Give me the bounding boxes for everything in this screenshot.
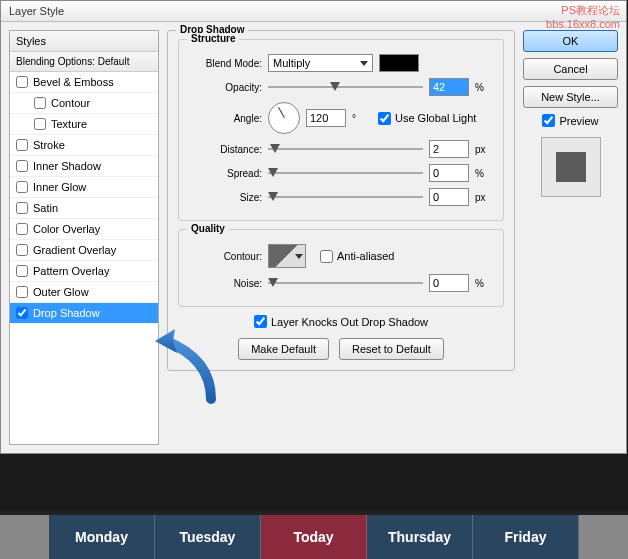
styles-list: Styles Blending Options: Default Bevel &… <box>9 30 159 445</box>
style-item-label: Gradient Overlay <box>33 244 116 256</box>
quality-title: Quality <box>187 223 229 234</box>
blend-mode-dropdown[interactable]: Multiply <box>268 54 373 72</box>
style-item-color-overlay[interactable]: Color Overlay <box>10 219 158 240</box>
style-item-label: Contour <box>51 97 90 109</box>
style-item-label: Inner Shadow <box>33 160 101 172</box>
angle-dial[interactable] <box>268 102 300 134</box>
opacity-input[interactable] <box>429 78 469 96</box>
style-item-label: Color Overlay <box>33 223 100 235</box>
distance-label: Distance: <box>187 144 262 155</box>
watermark: PS教程论坛 bbs.16xx8.com <box>546 3 620 30</box>
global-light-checkbox[interactable]: Use Global Light <box>378 112 476 125</box>
layer-style-dialog: Layer Style PS教程论坛 bbs.16xx8.com Styles … <box>0 0 627 454</box>
style-item-label: Texture <box>51 118 87 130</box>
style-item-stroke[interactable]: Stroke <box>10 135 158 156</box>
noise-input[interactable] <box>429 274 469 292</box>
day-tab-tuesday[interactable]: Tuesday <box>155 515 261 559</box>
blending-options[interactable]: Blending Options: Default <box>10 52 158 72</box>
chevron-down-icon <box>360 61 368 66</box>
preview-swatch <box>541 137 601 197</box>
style-item-inner-glow[interactable]: Inner Glow <box>10 177 158 198</box>
style-item-label: Stroke <box>33 139 65 151</box>
angle-input[interactable] <box>306 109 346 127</box>
opacity-unit: % <box>475 82 495 93</box>
angle-label: Angle: <box>187 113 262 124</box>
angle-unit: ° <box>352 113 372 124</box>
opacity-label: Opacity: <box>187 82 262 93</box>
days-bar: MondayTuesdayTodayThursdayFriday <box>0 511 628 559</box>
style-item-gradient-overlay[interactable]: Gradient Overlay <box>10 240 158 261</box>
noise-label: Noise: <box>187 278 262 289</box>
style-item-outer-glow[interactable]: Outer Glow <box>10 282 158 303</box>
distance-slider[interactable] <box>268 142 423 156</box>
new-style-button[interactable]: New Style... <box>523 86 618 108</box>
contour-label: Contour: <box>187 251 262 262</box>
size-unit: px <box>475 192 495 203</box>
spread-input[interactable] <box>429 164 469 182</box>
style-item-inner-shadow[interactable]: Inner Shadow <box>10 156 158 177</box>
ok-button[interactable]: OK <box>523 30 618 52</box>
spread-unit: % <box>475 168 495 179</box>
style-item-label: Satin <box>33 202 58 214</box>
style-item-label: Drop Shadow <box>33 307 100 319</box>
anti-aliased-checkbox[interactable]: Anti-aliased <box>320 250 394 263</box>
style-item-satin[interactable]: Satin <box>10 198 158 219</box>
day-tab-thursday[interactable]: Thursday <box>367 515 473 559</box>
style-item-bevel-emboss[interactable]: Bevel & Emboss <box>10 72 158 93</box>
knockout-checkbox[interactable]: Layer Knocks Out Drop Shadow <box>254 315 428 328</box>
style-item-pattern-overlay[interactable]: Pattern Overlay <box>10 261 158 282</box>
noise-unit: % <box>475 278 495 289</box>
dialog-buttons: OK Cancel New Style... Preview <box>523 30 618 445</box>
spread-slider[interactable] <box>268 166 423 180</box>
contour-picker[interactable] <box>268 244 306 268</box>
styles-header[interactable]: Styles <box>10 31 158 52</box>
style-item-label: Pattern Overlay <box>33 265 109 277</box>
noise-slider[interactable] <box>268 276 423 290</box>
style-item-label: Inner Glow <box>33 181 86 193</box>
reset-default-button[interactable]: Reset to Default <box>339 338 444 360</box>
window-title: Layer Style <box>9 5 64 17</box>
day-tab-friday[interactable]: Friday <box>473 515 579 559</box>
blend-mode-label: Blend Mode: <box>187 58 262 69</box>
distance-input[interactable] <box>429 140 469 158</box>
day-tab-monday[interactable]: Monday <box>49 515 155 559</box>
size-input[interactable] <box>429 188 469 206</box>
shadow-color-swatch[interactable] <box>379 54 419 72</box>
chevron-down-icon <box>295 254 303 259</box>
size-label: Size: <box>187 192 262 203</box>
spread-label: Spread: <box>187 168 262 179</box>
style-item-label: Bevel & Emboss <box>33 76 114 88</box>
opacity-slider[interactable] <box>268 80 423 94</box>
structure-title: Structure <box>187 33 239 44</box>
distance-unit: px <box>475 144 495 155</box>
day-tab-today[interactable]: Today <box>261 515 367 559</box>
preview-checkbox[interactable]: Preview <box>523 114 618 127</box>
size-slider[interactable] <box>268 190 423 204</box>
make-default-button[interactable]: Make Default <box>238 338 329 360</box>
style-item-texture[interactable]: Texture <box>10 114 158 135</box>
style-item-label: Outer Glow <box>33 286 89 298</box>
titlebar: Layer Style PS教程论坛 bbs.16xx8.com <box>1 1 626 22</box>
cancel-button[interactable]: Cancel <box>523 58 618 80</box>
style-item-drop-shadow[interactable]: Drop Shadow <box>10 303 158 324</box>
settings-panel: Drop Shadow Structure Blend Mode: Multip… <box>167 30 515 445</box>
style-item-contour[interactable]: Contour <box>10 93 158 114</box>
